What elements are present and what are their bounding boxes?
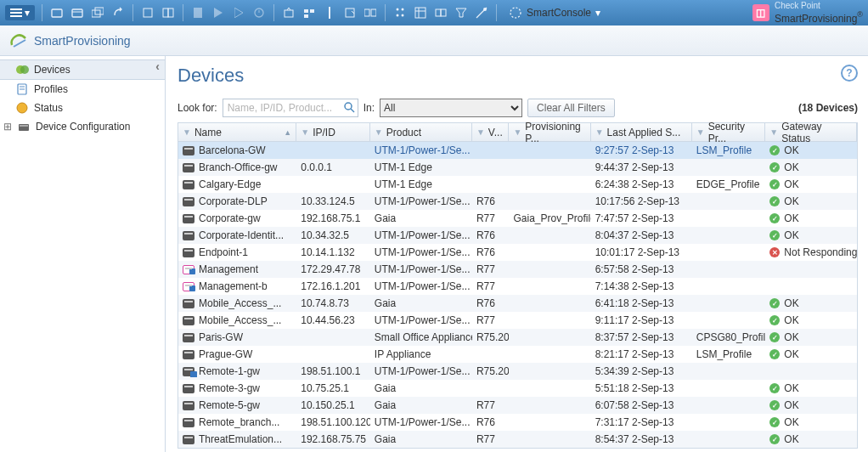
- tool-icon-8[interactable]: [211, 5, 226, 20]
- sidebar-item-label: Device Configuration: [36, 121, 130, 133]
- filter-icon[interactable]: ▼: [301, 127, 309, 137]
- grid-body[interactable]: Barcelona-GWUTM-1/Power-1/Se...9:27:57 2…: [178, 142, 857, 448]
- tool-icon-19[interactable]: [454, 5, 469, 20]
- sidebar-item-devices[interactable]: Devices: [0, 59, 165, 80]
- column-header[interactable]: ▼V...: [472, 123, 510, 141]
- column-header[interactable]: ▼Security Pr...: [692, 123, 766, 141]
- status-badge: ✓OK: [769, 195, 798, 207]
- table-row[interactable]: Management-b172.16.1.201UTM-1/Power-1/Se…: [178, 278, 857, 295]
- search-icon[interactable]: [343, 101, 355, 113]
- filter-icon[interactable]: ▼: [476, 127, 485, 137]
- table-row[interactable]: Endpoint-110.14.1.132UTM-1/Power-1/Se...…: [178, 244, 857, 261]
- table-row[interactable]: Corporate-gw192.168.75.1GaiaR77Gaia_Prov…: [178, 210, 857, 227]
- table-row[interactable]: Management172.29.47.78UTM-1/Power-1/Se..…: [178, 261, 857, 278]
- tool-icon-2[interactable]: [70, 5, 85, 20]
- tool-icon-3[interactable]: [90, 5, 105, 20]
- tool-icon-10[interactable]: [251, 5, 267, 20]
- tool-icon-14[interactable]: [342, 5, 358, 20]
- cell-name: Remote_branch...: [199, 416, 279, 428]
- cell-ip: 10.33.124.5: [296, 195, 370, 207]
- expand-icon[interactable]: ⊞: [3, 121, 12, 133]
- svg-rect-3: [52, 9, 62, 17]
- cell-security-profile: LSM_Profile: [692, 348, 766, 360]
- column-label: Name: [194, 127, 222, 138]
- table-row[interactable]: Branch-Office-gw0.0.0.1UTM-1 Edge9:44:37…: [178, 159, 857, 176]
- table-row[interactable]: Barcelona-GWUTM-1/Power-1/Se...9:27:57 2…: [178, 142, 857, 159]
- filter-icon[interactable]: ▼: [375, 127, 383, 137]
- tool-icon-4[interactable]: [110, 5, 126, 20]
- table-row[interactable]: Mobile_Access_...10.44.56.23UTM-1/Power-…: [178, 312, 857, 329]
- table-row[interactable]: Corporate-Identit...10.34.32.5UTM-1/Powe…: [178, 227, 857, 244]
- column-label: Security Pr...: [708, 121, 761, 144]
- tool-icon-18[interactable]: [433, 5, 448, 20]
- cell-name: Management: [199, 263, 258, 275]
- tool-icon-16[interactable]: [392, 5, 408, 20]
- device-icon: [183, 418, 194, 427]
- column-header[interactable]: ▼Gateway Status: [765, 123, 857, 141]
- sidebar-item-status[interactable]: Status: [0, 99, 165, 117]
- tool-icon-17[interactable]: [413, 5, 428, 20]
- svg-rect-11: [194, 8, 202, 18]
- column-header[interactable]: ▼IP/ID: [296, 123, 370, 141]
- sidebar-collapse-button[interactable]: ‹: [155, 59, 160, 73]
- filter-icon[interactable]: ▼: [513, 127, 521, 137]
- tool-icon-12[interactable]: [302, 5, 317, 20]
- svg-rect-7: [95, 8, 104, 14]
- column-header[interactable]: ▼Last Applied S...: [591, 123, 692, 141]
- tool-icon-1[interactable]: [49, 5, 65, 20]
- cell-name: Remote-1-gw: [199, 365, 260, 377]
- smartconsole-menu[interactable]: SmartConsole▾: [504, 4, 606, 21]
- svg-rect-31: [436, 9, 441, 16]
- table-row[interactable]: Remote-3-gw10.75.25.1Gaia5:51:18 2-Sep-1…: [178, 380, 857, 397]
- column-label: V...: [488, 127, 503, 138]
- table-row[interactable]: Calgary-EdgeUTM-1 Edge6:24:38 2-Sep-13ED…: [178, 176, 857, 193]
- filter-icon[interactable]: ▼: [769, 127, 778, 137]
- tool-icon-13[interactable]: [322, 5, 337, 20]
- ok-icon: ✓: [769, 162, 780, 172]
- in-select[interactable]: All: [380, 99, 522, 117]
- main-menu-button[interactable]: ▾: [5, 5, 35, 20]
- search-row: Look for: In: All Clear All Filters (18 …: [178, 99, 858, 117]
- device-icon: [183, 316, 194, 325]
- tool-icon-6[interactable]: [161, 5, 176, 20]
- filter-icon[interactable]: ▼: [595, 127, 604, 137]
- tool-icon-9[interactable]: [231, 5, 246, 20]
- cell-name: Branch-Office-gw: [199, 161, 277, 173]
- filter-icon[interactable]: ▼: [183, 127, 191, 137]
- status-badge: ✓OK: [769, 144, 798, 156]
- sidebar-item-device-configuration[interactable]: ⊞Device Configuration: [0, 117, 165, 136]
- table-row[interactable]: Prague-GWIP Appliance8:21:17 2-Sep-13LSM…: [178, 346, 857, 363]
- table-row[interactable]: ThreatEmulation...192.168.75.75GaiaR778:…: [178, 431, 857, 448]
- table-row[interactable]: Remote-1-gw198.51.100.1UTM-1/Power-1/Se.…: [178, 363, 857, 380]
- filter-icon[interactable]: ▼: [696, 127, 705, 137]
- cell-ip: 198.51.100.1: [296, 365, 370, 377]
- device-icon: [183, 248, 194, 257]
- cell-name: Corporate-gw: [199, 212, 261, 224]
- clear-filters-button[interactable]: Clear All Filters: [527, 99, 615, 117]
- tool-icon-11[interactable]: [281, 5, 296, 20]
- column-header[interactable]: ▼Product: [370, 123, 472, 141]
- cell-ip: 198.51.100.120: [296, 416, 370, 428]
- device-icon: [183, 282, 194, 291]
- table-row[interactable]: Mobile_Access_...10.74.8.73GaiaR766:41:1…: [178, 295, 857, 312]
- search-input[interactable]: [223, 99, 358, 117]
- table-row[interactable]: Corporate-DLP10.33.124.5UTM-1/Power-1/Se…: [178, 193, 857, 210]
- page-title: Devices: [178, 65, 858, 87]
- tool-icon-7[interactable]: [190, 5, 206, 20]
- cell-version: R77: [472, 399, 510, 411]
- table-row[interactable]: Remote-5-gw10.150.25.1GaiaR776:07:58 2-S…: [178, 397, 857, 414]
- table-row[interactable]: Paris-GWSmall Office ApplianceR75.208:37…: [178, 329, 857, 346]
- cell-product: UTM-1/Power-1/Se...: [370, 263, 472, 275]
- tool-icon-20[interactable]: [474, 5, 489, 20]
- sidebar-item-profiles[interactable]: Profiles: [0, 80, 165, 99]
- table-row[interactable]: Remote_branch...198.51.100.120UTM-1/Powe…: [178, 414, 857, 431]
- help-button[interactable]: ?: [841, 65, 858, 82]
- cell-product: UTM-1/Power-1/Se...: [370, 229, 472, 241]
- tool-icon-5[interactable]: [140, 5, 155, 20]
- column-header[interactable]: ▼Provisioning P...: [509, 123, 590, 141]
- tool-icon-15[interactable]: [363, 5, 378, 20]
- cell-name: Mobile_Access_...: [199, 314, 281, 326]
- column-label: Last Applied S...: [607, 127, 681, 138]
- column-header[interactable]: ▼Name▲: [178, 123, 296, 141]
- ok-icon: ✓: [769, 434, 780, 444]
